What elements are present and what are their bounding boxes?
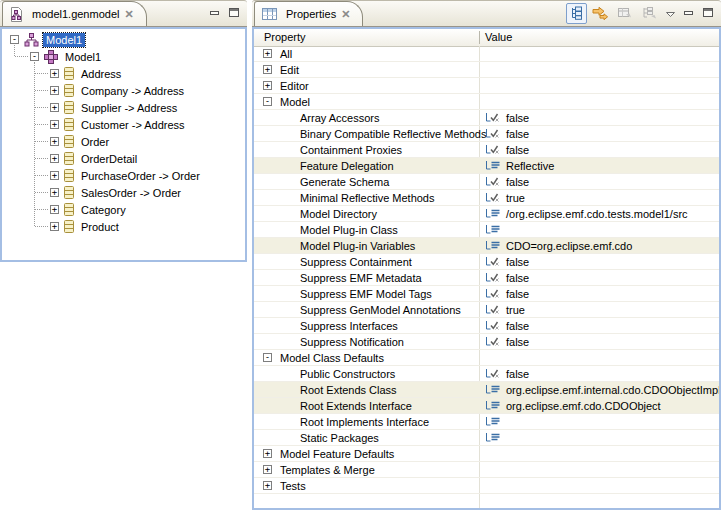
property-row[interactable]: Suppress EMF Metadatafalse <box>254 270 719 286</box>
property-row[interactable]: Model Plug-in Class <box>254 222 719 238</box>
minimize-button[interactable] <box>681 3 697 24</box>
property-row[interactable]: Suppress Notificationfalse <box>254 334 719 350</box>
value-cell[interactable]: org.eclipse.emf.cdo.CDOObject <box>480 398 719 413</box>
value-cell[interactable]: org.eclipse.emf.internal.cdo.CDOObjectIm… <box>480 382 719 397</box>
properties-tab[interactable]: Properties ✕ <box>254 1 363 26</box>
category-row[interactable]: +All <box>254 46 719 62</box>
maximize-button[interactable] <box>226 3 242 24</box>
value-text: false <box>506 288 529 300</box>
eclipse-workbench: model1.genmodel ✕ -Model1-Model1+Address… <box>0 0 721 510</box>
property-row[interactable]: Binary Compatible Reflective Methodsfals… <box>254 126 719 142</box>
property-row[interactable]: Suppress EMF Model Tagsfalse <box>254 286 719 302</box>
expander-plus-icon[interactable]: + <box>50 120 59 129</box>
expander-plus-icon[interactable]: + <box>50 103 59 112</box>
expander-minus-icon[interactable]: - <box>263 353 272 362</box>
value-cell[interactable]: true <box>480 190 719 205</box>
expander-plus-icon[interactable]: + <box>263 449 272 458</box>
property-row[interactable]: Containment Proxiesfalse <box>254 142 719 158</box>
expander-plus-icon[interactable]: + <box>263 481 272 490</box>
value-cell[interactable] <box>480 414 719 429</box>
expander-plus-icon[interactable]: + <box>263 81 272 90</box>
value-cell[interactable]: false <box>480 270 719 285</box>
value-cell[interactable]: false <box>480 254 719 269</box>
restore-default-value-button[interactable] <box>614 3 635 24</box>
editor-tab[interactable]: model1.genmodel ✕ <box>2 1 147 26</box>
category-row[interactable]: +Templates & Merge <box>254 462 719 478</box>
column-header-value[interactable]: Value <box>485 31 512 43</box>
tree-guide-line <box>14 45 15 56</box>
expander-plus-icon[interactable]: + <box>50 205 59 214</box>
tree-guide-line <box>35 107 48 108</box>
property-row[interactable]: Suppress Interfacesfalse <box>254 318 719 334</box>
property-row[interactable]: Model Plug-in VariablesCDO=org.eclipse.e… <box>254 238 719 254</box>
property-row[interactable]: Static Packages <box>254 430 719 446</box>
properties-view-icon <box>262 8 277 20</box>
expander-plus-icon[interactable]: + <box>50 69 59 78</box>
value-cell[interactable]: false <box>480 286 719 301</box>
category-row[interactable]: +Edit <box>254 62 719 78</box>
tree-mode-button[interactable] <box>566 3 587 24</box>
eclass-icon <box>64 135 74 148</box>
expander-plus-icon[interactable]: + <box>263 49 272 58</box>
value-cell[interactable]: true <box>480 302 719 317</box>
column-resize-handle[interactable] <box>479 31 480 44</box>
value-cell[interactable] <box>480 430 719 445</box>
expander-plus-icon[interactable]: + <box>263 465 272 474</box>
value-cell[interactable]: CDO=org.eclipse.emf.cdo <box>480 238 719 253</box>
property-label: Minimal Reflective Methods <box>300 192 435 204</box>
value-cell[interactable]: Reflective <box>480 158 719 173</box>
expander-minus-icon[interactable]: - <box>30 52 39 61</box>
property-row[interactable]: Root Implements Interface <box>254 414 719 430</box>
minimize-button[interactable] <box>207 3 223 24</box>
expander-plus-icon[interactable]: + <box>263 65 272 74</box>
property-row[interactable]: Root Extends Interfaceorg.eclipse.emf.cd… <box>254 398 719 414</box>
value-cell <box>480 46 719 61</box>
view-menu-icon <box>665 8 676 20</box>
value-cell[interactable]: false <box>480 318 719 333</box>
text-value-icon <box>485 240 501 251</box>
property-row[interactable]: Suppress Containmentfalse <box>254 254 719 270</box>
epackage-icon <box>44 50 58 64</box>
category-row[interactable]: +Tests <box>254 478 719 494</box>
value-cell[interactable]: false <box>480 126 719 141</box>
property-row[interactable]: Root Extends Classorg.eclipse.emf.intern… <box>254 382 719 398</box>
expander-plus-icon[interactable]: + <box>50 222 59 231</box>
close-icon[interactable]: ✕ <box>124 9 133 19</box>
value-cell[interactable]: false <box>480 174 719 189</box>
category-row[interactable]: +Editor <box>254 78 719 94</box>
category-row[interactable]: +Model Feature Defaults <box>254 446 719 462</box>
value-cell <box>480 478 719 493</box>
show-advanced-properties-button[interactable] <box>590 3 611 24</box>
value-cell[interactable] <box>480 222 719 237</box>
column-header-property[interactable]: Property <box>264 31 306 43</box>
value-cell[interactable]: false <box>480 142 719 157</box>
expander-plus-icon[interactable]: + <box>50 188 59 197</box>
value-cell <box>480 462 719 477</box>
tree-item[interactable]: -Model1 <box>2 48 245 65</box>
show-categories-button[interactable] <box>638 3 659 24</box>
expander-minus-icon[interactable]: - <box>10 35 19 44</box>
expander-plus-icon[interactable]: + <box>50 86 59 95</box>
property-row[interactable]: Public Constructorsfalse <box>254 366 719 382</box>
value-cell[interactable]: false <box>480 334 719 349</box>
category-row[interactable]: -Model <box>254 94 719 110</box>
property-row[interactable]: Generate Schemafalse <box>254 174 719 190</box>
close-icon[interactable]: ✕ <box>341 9 350 19</box>
expander-minus-icon[interactable]: - <box>263 97 272 106</box>
value-text: false <box>506 128 529 140</box>
expander-plus-icon[interactable]: + <box>50 171 59 180</box>
property-row[interactable]: Array Accessorsfalse <box>254 110 719 126</box>
category-row[interactable]: -Model Class Defaults <box>254 350 719 366</box>
tree-item[interactable]: -Model1 <box>2 31 245 48</box>
view-menu-button[interactable] <box>662 3 678 24</box>
value-cell[interactable]: false <box>480 366 719 381</box>
property-row[interactable]: Feature DelegationReflective <box>254 158 719 174</box>
value-cell[interactable]: false <box>480 110 719 125</box>
maximize-button[interactable] <box>700 3 716 24</box>
value-cell[interactable]: /org.eclipse.emf.cdo.tests.model1/src <box>480 206 719 221</box>
expander-plus-icon[interactable]: + <box>50 137 59 146</box>
property-row[interactable]: Model Directory/org.eclipse.emf.cdo.test… <box>254 206 719 222</box>
property-row[interactable]: Minimal Reflective Methodstrue <box>254 190 719 206</box>
expander-plus-icon[interactable]: + <box>50 154 59 163</box>
property-row[interactable]: Suppress GenModel Annotationstrue <box>254 302 719 318</box>
